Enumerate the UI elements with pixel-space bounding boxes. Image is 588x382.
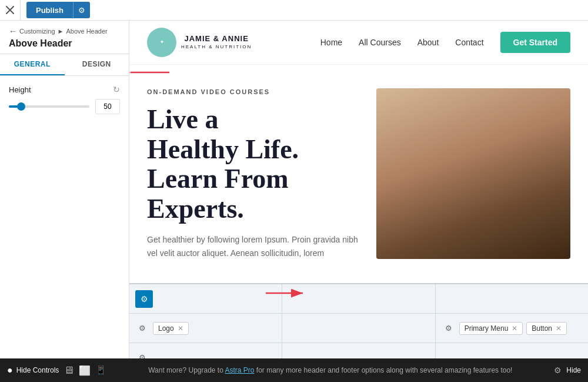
panel-header: ← Customizing ► Above Header Above Heade… (0, 21, 129, 54)
tabs: GENERAL DESIGN (0, 54, 129, 76)
main-layout: ← Customizing ► Above Header Above Heade… (0, 21, 588, 358)
builder-cell-2-2[interactable] (282, 314, 435, 343)
logo-tag-close[interactable]: ✕ (178, 324, 183, 333)
tab-design[interactable]: DESIGN (65, 54, 129, 75)
hide-controls-label: Hide Controls (16, 366, 59, 374)
logo-text-block: JAMIE & ANNIE HEALTH & NUTRITION (181, 34, 252, 50)
nav-about[interactable]: About (417, 38, 439, 47)
button-tag-label: Button (532, 324, 552, 333)
hero-desc: Get healthier by following lorem Ipsum. … (147, 233, 359, 260)
desktop-device-button[interactable]: 🖥 (64, 364, 74, 377)
builder-cell-3-3[interactable] (436, 343, 588, 358)
bottom-settings-button[interactable]: ⚙ (554, 366, 562, 375)
builder-row-3: ⚙ (129, 343, 588, 358)
bottom-left: ● Hide Controls 🖥 ⬜ 📱 (7, 364, 106, 377)
bottom-center: Want more? Upgrade to Astra Pro for many… (106, 366, 554, 374)
hide-controls-button[interactable]: ● Hide Controls (7, 365, 59, 376)
builder-row-2: ⚙ Logo ✕ ⚙ Primary Menu ✕ Button ✕ (129, 314, 588, 343)
primary-menu-tag: Primary Menu ✕ (459, 322, 523, 335)
nav-contact[interactable]: Contact (455, 38, 483, 47)
tab-general[interactable]: GENERAL (0, 54, 65, 75)
close-button[interactable] (0, 0, 21, 21)
builder-cell-3-1: ⚙ (129, 343, 282, 358)
eye-icon: ● (7, 365, 13, 376)
nav-links: Home All Courses About Contact Get Start… (320, 32, 570, 53)
upgrade-text-before: Want more? Upgrade to (148, 366, 225, 374)
builder-cell-2-3: ⚙ Primary Menu ✕ Button ✕ (436, 314, 588, 343)
logo-name: JAMIE & ANNIE (181, 34, 252, 44)
hero-section: ON-DEMAND VIDEO COURSES Live a Healthy L… (129, 65, 588, 283)
hero-title-line2: Healthy Life. (147, 134, 299, 164)
hero-title-line1: Live a (147, 104, 218, 134)
astra-pro-link[interactable]: Astra Pro (225, 366, 255, 374)
tablet-device-button[interactable]: ⬜ (79, 364, 91, 377)
breadcrumb-main: Customizing (19, 28, 55, 35)
slider-thumb[interactable] (17, 102, 25, 111)
bottom-right: ⚙ Hide (554, 366, 581, 375)
hero-title: Live a Healthy Life. Learn From Experts. (147, 105, 359, 224)
builder-area: ⚙ ⚙ Logo ✕ ⚙ Primary Menu (129, 283, 588, 358)
publish-settings-button[interactable]: ⚙ (73, 2, 90, 18)
hero-title-line4: Experts. (147, 194, 244, 224)
right-panel: ✦ JAMIE & ANNIE HEALTH & NUTRITION Home … (129, 21, 588, 358)
button-tag: Button ✕ (526, 322, 567, 335)
hide-button[interactable]: Hide (566, 366, 581, 374)
height-slider[interactable] (9, 105, 89, 108)
hero-img-bg (376, 88, 570, 259)
builder-cell-1-1: ⚙ (129, 284, 282, 313)
upgrade-text-after: for many more header and footer options … (255, 366, 513, 374)
nav-courses[interactable]: All Courses (359, 38, 401, 47)
height-input[interactable]: 50 (95, 99, 120, 114)
logo-tag: Logo ✕ (153, 322, 189, 335)
breadcrumb: ← Customizing ► Above Header (9, 26, 120, 36)
hero-tag: ON-DEMAND VIDEO COURSES (147, 88, 359, 95)
right-arrow-indicator (265, 286, 306, 303)
gear-icon-2-3[interactable]: ⚙ (442, 321, 456, 336)
panel-content: Height ↻ 50 (0, 76, 129, 358)
top-bar: Publish ⚙ (0, 0, 588, 21)
logo-circle: ✦ (147, 28, 176, 57)
logo-tagline: HEALTH & NUTRITION (181, 44, 252, 50)
nav-home[interactable]: Home (320, 38, 342, 47)
logo-tag-label: Logo (158, 324, 174, 333)
builder-cell-2-1: ⚙ Logo ✕ (129, 314, 282, 343)
hero-content: ON-DEMAND VIDEO COURSES Live a Healthy L… (147, 88, 359, 260)
device-switcher: 🖥 ⬜ 📱 (64, 364, 106, 377)
back-arrow[interactable]: ← (9, 26, 17, 36)
hero-image (376, 88, 570, 259)
publish-button[interactable]: Publish (26, 2, 73, 18)
active-gear-icon[interactable]: ⚙ (135, 290, 153, 308)
bottom-bar: ● Hide Controls 🖥 ⬜ 📱 Want more? Upgrade… (0, 358, 588, 382)
builder-cell-1-3[interactable] (436, 284, 588, 313)
height-label: Height (9, 85, 31, 94)
breadcrumb-separator: ► (58, 28, 64, 35)
height-field-label: Height ↻ (9, 85, 120, 94)
gear-icon-3-1[interactable]: ⚙ (135, 351, 149, 358)
hero-title-line3: Learn From (147, 164, 289, 194)
gear-icon-2-1[interactable]: ⚙ (135, 321, 149, 336)
logo-symbol: ✦ (160, 39, 164, 45)
primary-menu-tag-close[interactable]: ✕ (512, 324, 517, 333)
mobile-device-button[interactable]: 📱 (95, 364, 106, 377)
left-panel: ← Customizing ► Above Header Above Heade… (0, 21, 129, 358)
site-logo: ✦ JAMIE & ANNIE HEALTH & NUTRITION (147, 28, 252, 57)
left-arrow-indicator (129, 67, 171, 81)
primary-menu-tag-label: Primary Menu (465, 324, 509, 333)
slider-row: 50 (9, 99, 120, 114)
publish-area: Publish ⚙ (21, 2, 90, 18)
panel-title: Above Header (9, 38, 120, 49)
builder-row-1: ⚙ (129, 284, 588, 314)
site-nav: ✦ JAMIE & ANNIE HEALTH & NUTRITION Home … (129, 21, 588, 65)
breadcrumb-sub: Above Header (66, 28, 107, 35)
builder-cell-3-2[interactable] (282, 343, 435, 358)
button-tag-close[interactable]: ✕ (556, 324, 562, 333)
nav-cta-button[interactable]: Get Started (500, 32, 570, 53)
reset-height-button[interactable]: ↻ (113, 85, 120, 94)
